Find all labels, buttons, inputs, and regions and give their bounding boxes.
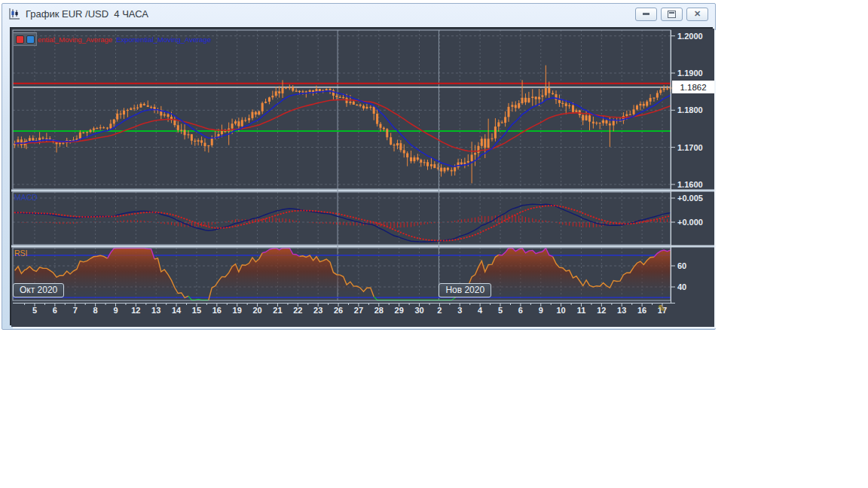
restore-icon (668, 11, 676, 18)
svg-text:1.2000: 1.2000 (677, 32, 703, 41)
svg-text:9: 9 (113, 306, 118, 315)
svg-text:21: 21 (273, 306, 282, 315)
close-icon: ✕ (694, 10, 701, 18)
chart-area: 1.20001.19001.18001.17001.1600+0.005+0.0… (11, 29, 714, 327)
rsi-panel-label: RSI (14, 249, 28, 258)
minimize-icon (643, 13, 649, 15)
svg-text:2: 2 (437, 306, 442, 315)
window-titlebar[interactable]: График EUR /USD 4 ЧАСА ✕ (2, 4, 715, 24)
svg-text:28: 28 (374, 306, 384, 315)
indicator-legend: ential_Moving_Average Exponential_Moving… (13, 32, 211, 46)
svg-text:30: 30 (414, 306, 423, 315)
svg-text:6: 6 (53, 306, 57, 315)
macd-panel-label: MACD (14, 193, 38, 202)
svg-text:12: 12 (597, 306, 606, 315)
chart-window: График EUR /USD 4 ЧАСА ✕ 1.20001.19001.1… (2, 3, 716, 330)
svg-text:23: 23 (313, 306, 322, 315)
svg-text:9: 9 (539, 306, 543, 315)
indicator-buttons[interactable] (13, 32, 37, 46)
svg-text:27: 27 (354, 306, 363, 315)
close-button[interactable]: ✕ (686, 8, 708, 21)
candlestick-chart-icon (8, 8, 21, 20)
current-price-box: 1.1862 (672, 81, 714, 93)
svg-text:1.1800: 1.1800 (677, 105, 703, 114)
svg-text:1.1600: 1.1600 (677, 180, 703, 189)
svg-text:16: 16 (212, 306, 222, 315)
blue-indicator-swatch[interactable] (26, 35, 35, 44)
window-title: График EUR /USD 4 ЧАСА (26, 8, 148, 20)
svg-text:20: 20 (252, 306, 261, 315)
svg-text:60: 60 (677, 261, 686, 270)
svg-text:13: 13 (617, 306, 626, 315)
svg-text:19: 19 (233, 306, 242, 315)
svg-text:+0.000: +0.000 (677, 218, 703, 227)
svg-text:1.1700: 1.1700 (677, 143, 703, 152)
svg-text:3: 3 (457, 306, 462, 315)
svg-text:10: 10 (556, 306, 565, 315)
restore-button[interactable] (661, 8, 683, 21)
svg-text:26: 26 (334, 306, 343, 315)
svg-text:40: 40 (677, 282, 686, 291)
svg-text:6: 6 (518, 306, 523, 315)
svg-text:+0.005: +0.005 (677, 194, 703, 203)
window-controls: ✕ (635, 8, 711, 21)
svg-text:7: 7 (73, 306, 78, 315)
svg-text:12: 12 (131, 306, 140, 315)
svg-text:16: 16 (637, 306, 646, 315)
svg-text:14: 14 (172, 306, 182, 315)
svg-text:5: 5 (32, 306, 37, 315)
red-indicator-swatch[interactable] (16, 35, 24, 44)
ma-blue-label: Exponential_Moving_Average (116, 35, 211, 44)
chart-canvas[interactable]: 1.20001.19001.18001.17001.1600+0.005+0.0… (11, 29, 714, 327)
svg-text:29: 29 (395, 306, 404, 315)
svg-text:8: 8 (93, 306, 98, 315)
svg-text:4: 4 (478, 306, 483, 315)
desktop: График EUR /USD 4 ЧАСА ✕ 1.20001.19001.1… (0, 0, 868, 488)
pencil-cursor-icon: ✎ (658, 303, 666, 314)
minimize-button[interactable] (635, 8, 657, 21)
svg-text:5: 5 (498, 306, 503, 315)
svg-text:11: 11 (577, 306, 586, 315)
svg-text:13: 13 (151, 306, 160, 315)
svg-text:22: 22 (293, 306, 302, 315)
svg-text:15: 15 (192, 306, 201, 315)
month-marker: Нов 2020 (439, 283, 491, 297)
ma-red-label: ential_Moving_Average (38, 35, 112, 44)
month-marker: Окт 2020 (13, 283, 64, 297)
svg-text:1.1900: 1.1900 (677, 69, 703, 78)
